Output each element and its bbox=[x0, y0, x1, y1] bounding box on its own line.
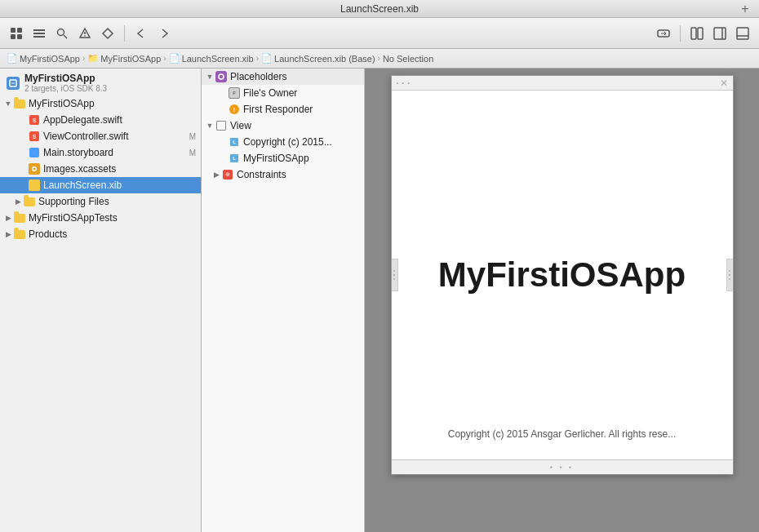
handle-dot-r2 bbox=[729, 274, 730, 276]
outline-disclosure-constraints: ▶ bbox=[211, 170, 221, 180]
nav-label-supportingfiles: Supporting Files bbox=[38, 196, 201, 207]
diamond-button[interactable] bbox=[98, 24, 118, 43]
breadcrumb-item-2[interactable]: 📁 MyFirstiOSApp bbox=[87, 53, 161, 64]
layout-toggle[interactable] bbox=[687, 24, 707, 43]
nav-item-supportingfiles[interactable]: ▶ Supporting Files bbox=[0, 193, 201, 210]
handle-dot-1 bbox=[393, 270, 395, 272]
nav-item-viewcontroller[interactable]: S ViewController.swift M bbox=[0, 128, 201, 144]
svg-rect-4 bbox=[33, 29, 45, 31]
outline-filesowner[interactable]: F File's Owner bbox=[202, 85, 364, 101]
warning-button[interactable] bbox=[75, 24, 95, 43]
toolbar-separator-2 bbox=[680, 25, 681, 42]
back-button[interactable] bbox=[131, 24, 151, 43]
dot2: • bbox=[402, 79, 404, 86]
nav-item-xcassets[interactable]: Images.xcassets bbox=[0, 161, 201, 177]
breadcrumb-arrow-2: › bbox=[163, 54, 166, 63]
file-navigator: MyFirstiOSApp 2 targets, iOS SDK 8.3 ▼ M… bbox=[0, 69, 202, 532]
canvas-copyright-text: Copyright (c) 2015 Ansgar Gerlicher. All… bbox=[392, 428, 733, 440]
breadcrumb-label-4: LaunchScreen.xib (Base) bbox=[274, 54, 375, 64]
add-tab-button[interactable]: + bbox=[738, 2, 752, 16]
outline-label-appname: MyFirstiOSApp bbox=[243, 153, 309, 164]
canvas-close-btn[interactable]: ✕ bbox=[720, 78, 728, 89]
project-header[interactable]: MyFirstiOSApp 2 targets, iOS SDK 8.3 bbox=[0, 69, 201, 95]
svg-rect-2 bbox=[11, 34, 16, 39]
outline-label-filesowner: File's Owner bbox=[243, 87, 297, 99]
ios-canvas: • • • ✕ MyFirstiOSApp bbox=[391, 75, 734, 475]
canvas-left-handle[interactable] bbox=[392, 259, 398, 291]
breadcrumb-icon-4: 📄 bbox=[261, 53, 273, 64]
nav-item-launchscreen[interactable]: LaunchScreen.xib bbox=[0, 177, 201, 193]
nav-item-products[interactable]: ▶ Products bbox=[0, 226, 201, 242]
outline-copyright-label[interactable]: L Copyright (c) 2015... bbox=[202, 134, 364, 150]
nav-item-mainstoryboard[interactable]: Main.storyboard M bbox=[0, 144, 201, 161]
window-title: LaunchScreen.xib bbox=[340, 3, 419, 15]
breadcrumb-item-5[interactable]: No Selection bbox=[383, 54, 433, 64]
svg-rect-5 bbox=[33, 33, 45, 34]
main-layout: MyFirstiOSApp 2 targets, iOS SDK 8.3 ▼ M… bbox=[0, 69, 759, 532]
svg-rect-16 bbox=[737, 28, 748, 39]
scheme-selector[interactable] bbox=[654, 24, 673, 43]
no-disclosure bbox=[18, 115, 28, 125]
project-subtitle: 2 targets, iOS SDK 8.3 bbox=[24, 84, 107, 93]
label-icon: L bbox=[228, 135, 241, 149]
grid-view-button[interactable] bbox=[7, 24, 26, 43]
outline-appname-label[interactable]: L MyFirstiOSApp bbox=[202, 150, 364, 166]
search-button[interactable] bbox=[52, 24, 72, 43]
canvas-app-title: MyFirstiOSApp bbox=[438, 255, 686, 295]
svg-point-21 bbox=[33, 168, 36, 171]
list-view-button[interactable] bbox=[29, 24, 49, 43]
nav-item-tests[interactable]: ▶ MyFirstiOSAppTests bbox=[0, 210, 201, 226]
breadcrumb-bar: 📄 MyFirstiOSApp › 📁 MyFirstiOSApp › 📄 La… bbox=[0, 49, 759, 69]
handle-dot-3 bbox=[393, 278, 395, 280]
nav-label-viewcontroller: ViewController.swift bbox=[43, 131, 189, 142]
canvas-content: MyFirstiOSApp Copyright (c) 2015 Ansgar … bbox=[392, 91, 733, 459]
canvas-area: • • • ✕ MyFirstiOSApp bbox=[365, 69, 759, 532]
folder-icon-tests bbox=[13, 211, 26, 224]
outline-placeholders-header[interactable]: ▼ Placeholders bbox=[202, 69, 364, 85]
outline-panel: ▼ Placeholders F File's Owner ! First Re… bbox=[202, 69, 365, 532]
disclosure-icon: ▼ bbox=[3, 99, 13, 109]
handle-dot-2 bbox=[393, 274, 395, 276]
toolbar-separator-1 bbox=[124, 25, 125, 42]
project-name: MyFirstiOSApp bbox=[24, 73, 107, 84]
forward-button[interactable] bbox=[154, 24, 174, 43]
outline-label-constraints: Constraints bbox=[237, 169, 286, 180]
no-disclosure5 bbox=[18, 180, 28, 190]
nav-label-products: Products bbox=[29, 228, 201, 240]
dot1: • bbox=[397, 79, 399, 86]
breadcrumb-item-3[interactable]: 📄 LaunchScreen.xib bbox=[169, 53, 254, 64]
nav-item-group[interactable]: ▼ MyFirstiOSApp bbox=[0, 95, 201, 112]
outline-view-header[interactable]: ▼ View bbox=[202, 117, 364, 134]
folder-icon-products bbox=[13, 228, 26, 241]
debug-toggle[interactable] bbox=[733, 24, 752, 43]
footer-dots: • • • bbox=[550, 463, 574, 472]
outline-disclosure-placeholders: ▼ bbox=[205, 72, 215, 82]
breadcrumb-icon-2: 📁 bbox=[87, 53, 99, 64]
nav-label-launchscreen: LaunchScreen.xib bbox=[43, 180, 201, 191]
outline-constraints[interactable]: ▶ ⊕ Constraints bbox=[202, 166, 364, 183]
no-disclosure3 bbox=[18, 148, 28, 157]
svg-point-7 bbox=[58, 29, 64, 35]
constraints-icon: ⊕ bbox=[221, 168, 234, 181]
nav-item-appdelegate[interactable]: S AppDelegate.swift bbox=[0, 112, 201, 128]
toolbar bbox=[0, 18, 759, 49]
breadcrumb-item-4[interactable]: 📄 LaunchScreen.xib (Base) bbox=[261, 53, 375, 64]
svg-rect-1 bbox=[17, 28, 22, 33]
storyboard-icon bbox=[28, 146, 41, 159]
view-icon bbox=[215, 119, 228, 132]
outline-label-view: View bbox=[230, 120, 251, 131]
breadcrumb-item-1[interactable]: 📄 MyFirstiOSApp bbox=[7, 53, 80, 64]
nav-label-tests: MyFirstiOSAppTests bbox=[29, 212, 201, 224]
handle-dot-r3 bbox=[729, 278, 730, 280]
firstresponder-icon: ! bbox=[228, 103, 241, 116]
outline-firstresponder[interactable]: ! First Responder bbox=[202, 101, 364, 117]
folder-icon-sf bbox=[23, 195, 36, 208]
outline-label-copyright: Copyright (c) 2015... bbox=[243, 136, 332, 148]
inspector-toggle[interactable] bbox=[710, 24, 730, 43]
nav-label-xcassets: Images.xcassets bbox=[43, 163, 201, 175]
canvas-right-handle[interactable] bbox=[726, 259, 733, 291]
filesowner-icon: F bbox=[228, 86, 241, 100]
no-disclosure4 bbox=[18, 164, 28, 174]
svg-point-10 bbox=[84, 35, 86, 37]
placeholder-icon bbox=[215, 70, 228, 83]
